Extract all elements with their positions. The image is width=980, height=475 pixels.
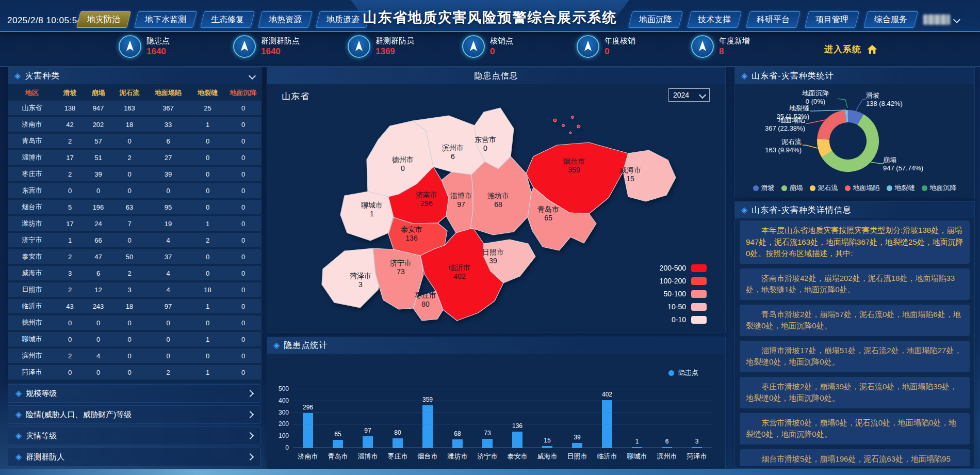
bar[interactable] [692,447,702,448]
table-row[interactable]: 菏泽市000210 [8,365,261,379]
legend-item[interactable]: 地裂缝 [887,183,915,193]
bar[interactable] [303,413,313,448]
beacon-icon [233,35,256,58]
legend-item[interactable]: 地面塌陷 [845,183,880,193]
bar[interactable] [333,440,343,448]
nav-tab-项目管理[interactable]: 项目管理 [805,11,859,28]
legend-item[interactable]: 滑坡 [753,183,775,193]
bar[interactable] [542,446,552,448]
bar-slot: 68潍坊市 [443,389,472,448]
user-menu[interactable] [923,14,959,25]
nav-tab-地下水监测[interactable]: 地下水监测 [134,11,197,28]
table-row[interactable]: 济宁市1660420 [8,233,261,247]
table-cell: 1 [190,303,225,310]
table-cell: 0 [112,137,146,145]
bar[interactable] [482,439,493,448]
table-row[interactable]: 青岛市2570600 [8,134,261,148]
legend-item[interactable]: 崩塌 [781,183,803,193]
table-row[interactable]: 威海市362400 [8,266,261,280]
bar-value: 80 [383,429,413,436]
section-群测群防人[interactable]: ◈群测群防人 [8,448,260,466]
table-cell: 济宁市 [8,235,56,245]
nav-tab-地灾防治[interactable]: 地灾防治 [76,11,131,28]
chevron-right-icon [247,390,254,397]
legend-dot-icon [922,185,927,191]
stat-label: 隐患点 [146,36,170,46]
column-header: 崩塌 [84,88,112,98]
bar[interactable] [632,447,642,448]
detail-item: 济南市滑坡42处，崩塌202处，泥石流18处，地面塌陷33处，地裂缝1处，地面沉… [740,268,970,300]
nav-tab-生态修复[interactable]: 生态修复 [200,11,255,28]
legend-swatch [691,277,707,285]
disaster-donut-panel: ◈ 山东省-灾害种类统计 滑坡138 (8.42%)崩塌947 (57.74%)… [734,67,975,198]
bar[interactable] [452,439,463,448]
title-banner: 山东省地质灾害风险预警综合展示系统 [335,0,645,31]
table-row[interactable]: 潍坊市172471910 [8,216,261,231]
diamond-icon: ◈ [15,389,22,398]
table-cell: 1 [190,220,225,228]
bar[interactable] [572,443,582,448]
legend-dot-icon [887,185,892,191]
table-cell: 0 [190,203,225,211]
table-cell: 25 [190,104,225,112]
table-cell: 0 [190,319,225,327]
bar-category: 威海市 [532,452,562,461]
table-cell: 0 [190,352,225,360]
legend-range-label: 100-200 [660,277,686,285]
bar-category: 烟台市 [413,452,443,461]
section-规模等级[interactable]: ◈规模等级 [8,384,260,403]
map-region-潍坊市[interactable] [470,156,531,235]
table-row[interactable]: 临沂市43243189710 [8,299,261,313]
table-row[interactable]: 东营市000000 [8,183,261,198]
legend-label: 泥石流 [818,183,838,193]
beacon-triangle [124,40,136,53]
map-legend: 200-500100-20050-10010-500-10 [660,264,707,324]
bar-legend[interactable]: 隐患点 [668,368,698,377]
bar[interactable] [422,405,433,448]
map-region-聊城市[interactable] [340,192,394,241]
year-select[interactable]: 2024 [668,88,710,102]
nav-tab-地面沉降[interactable]: 地面沉降 [628,11,683,28]
legend-item[interactable]: 地面沉降 [922,183,957,193]
table-row[interactable]: 烟台市5196639500 [8,200,261,214]
table-row[interactable]: 聊城市000010 [8,332,261,346]
nav-tab-地热资源[interactable]: 地热资源 [258,11,313,28]
map-region-威海市[interactable] [623,150,676,201]
table-row[interactable]: 淄博市175122700 [8,150,261,165]
bar-category: 日照市 [562,452,592,461]
table-cell: 0 [112,187,146,195]
bar-category: 临沂市 [592,452,622,461]
page-title: 山东省地质灾害风险预警综合展示系统 [335,8,645,27]
bar[interactable] [512,432,522,448]
table-cell: 367 [146,104,190,112]
table-cell: 0 [146,319,190,327]
section-灾情等级[interactable]: ◈灾情等级 [8,426,260,445]
table-row[interactable]: 滨州市240000 [8,349,261,363]
nav-tab-综合服务[interactable]: 综合服务 [863,11,918,28]
enter-system-button[interactable]: 进入系统 [824,43,878,55]
table-cell: 66 [84,236,112,244]
table-row[interactable]: 泰安市247503700 [8,249,261,264]
bar[interactable] [393,438,403,448]
table-cell: 1 [190,336,225,343]
table-row[interactable]: 山东省138947163367250 [8,101,261,115]
table-cell: 4 [146,236,190,244]
table-row[interactable]: 济南市42202183310 [8,117,261,132]
table-row[interactable]: 德州市000000 [8,315,261,330]
bar[interactable] [662,447,672,448]
bar[interactable] [363,436,373,448]
details-list[interactable]: 本年度山东省地质灾害按照灾害类型划分:滑坡138处，崩塌947处，泥石流163处… [738,220,972,466]
bar-category: 淄博市 [353,452,383,461]
panel-title: 山东省-灾害种类详情信息 [752,205,851,216]
table-row[interactable]: 枣庄市23903900 [8,167,261,181]
nav-tab-科研平台[interactable]: 科研平台 [746,11,801,28]
nav-tab-技术支撑[interactable]: 技术支撑 [687,11,742,28]
table-cell: 威海市 [8,268,56,278]
table-cell: 0 [146,187,190,195]
legend-item[interactable]: 泥石流 [810,183,838,193]
section-险情(威胁人口、威胁财产)等级[interactable]: ◈险情(威胁人口、威胁财产)等级 [8,405,260,424]
table-cell: 6 [84,270,112,277]
legend-dot-icon [810,185,815,191]
disaster-type-header[interactable]: ◈ 灾害种类 [8,68,261,84]
table-row[interactable]: 日照市21234180 [8,282,261,297]
